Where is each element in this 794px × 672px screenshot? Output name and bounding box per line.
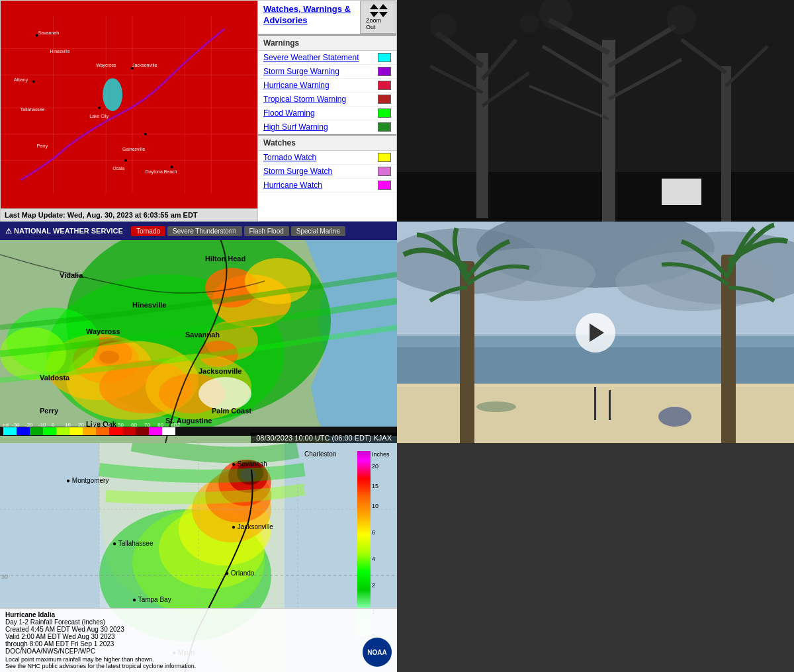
svg-point-131 (658, 407, 691, 427)
legend-item-link[interactable]: High Surf Warning (263, 122, 374, 132)
svg-text:Jacksonville: Jacksonville (132, 63, 157, 67)
svg-text:Ocala: Ocala (112, 166, 124, 171)
legend-item-link[interactable]: Flood Warning (263, 108, 374, 118)
svg-rect-132 (594, 387, 596, 420)
svg-rect-49 (721, 66, 731, 222)
svg-text:Perry: Perry (40, 407, 59, 415)
svg-rect-102 (162, 427, 175, 435)
svg-rect-133 (609, 390, 611, 420)
svg-text:● Jacksonville: ● Jacksonville (232, 523, 273, 530)
legend-item: Tornado Watch (258, 151, 396, 165)
svg-rect-97 (96, 427, 109, 435)
svg-text:80: 80 (157, 422, 163, 428)
rainfall-valid: Valid 2:00 AM EDT Wed Aug 30 2023 (5, 633, 392, 640)
rainfall-created: Created 4:45 AM EDT Wed Aug 30 2023 (5, 626, 392, 633)
legend-item: Hurricane Watch (258, 179, 396, 192)
svg-text:Savannah: Savannah (185, 331, 220, 339)
svg-marker-1 (7, 22, 244, 187)
svg-text:30: 30 (91, 422, 97, 428)
legend-swatch (378, 108, 391, 118)
radar-timestamp: 08/30/2023 10:00 UTC (06:00 EDT) KJAX (251, 433, 397, 443)
legend-item-link[interactable]: Hurricane Watch (263, 181, 374, 190)
warnings-header: Warnings (258, 34, 396, 51)
play-icon (590, 323, 604, 342)
legend-swatch (378, 167, 391, 176)
legend-swatch (378, 81, 391, 90)
svg-text:-20: -20 (25, 422, 33, 428)
svg-text:0: 0 (52, 422, 55, 428)
main-grid: Savannah Hinesville Albany Waycross Tall… (0, 0, 794, 672)
legend-item-link[interactable]: Tropical Storm Warning (263, 95, 374, 104)
legend-title[interactable]: Watches, Warnings & Advisories (258, 1, 360, 34)
play-button[interactable] (576, 313, 615, 353)
legend-item-link[interactable]: Hurricane Warning (263, 81, 374, 90)
svg-rect-95 (69, 427, 83, 435)
svg-marker-32 (370, 4, 378, 9)
nightcam-panel (397, 0, 794, 222)
weather-map: Savannah Hinesville Albany Waycross Tall… (1, 1, 257, 208)
svg-point-15 (32, 80, 35, 83)
legend-item-link[interactable]: Storm Surge Watch (263, 167, 374, 176)
svg-rect-100 (136, 427, 149, 435)
svg-point-130 (476, 401, 516, 412)
svg-text:Hilton Head: Hilton Head (205, 255, 245, 263)
svg-text:Jacksonville: Jacksonville (198, 367, 242, 375)
svg-text:Vidalia: Vidalia (60, 271, 83, 279)
svg-rect-94 (56, 427, 69, 435)
rainfall-note: Local point maximum rainfall may be high… (5, 656, 392, 663)
svg-rect-37 (397, 172, 794, 222)
svg-point-122 (615, 251, 774, 311)
legend-item: Severe Weather Statement (258, 51, 396, 65)
svg-text:● Savannah: ● Savannah (232, 460, 267, 468)
beach-panel[interactable] (397, 222, 794, 443)
svg-point-20 (124, 159, 127, 162)
svg-point-18 (144, 133, 147, 136)
nws-tab-tornado[interactable]: Tornado (131, 226, 165, 236)
nws-tab-marine[interactable]: Special Marine (291, 226, 345, 236)
svg-text:Daytona Beach: Daytona Beach (146, 169, 177, 175)
svg-point-54 (519, 13, 539, 33)
svg-text:Inches: Inches (372, 451, 390, 458)
svg-text:● Montgomery: ● Montgomery (66, 477, 109, 484)
svg-text:dBZ: dBZ (171, 422, 181, 428)
legend-item-link[interactable]: Tornado Watch (263, 153, 374, 162)
legend-swatch (378, 181, 391, 190)
map-container: Savannah Hinesville Albany Waycross Tall… (1, 1, 257, 221)
legend-item-link[interactable]: Severe Weather Statement (263, 53, 374, 62)
nws-tab-severe[interactable]: Severe Thunderstorm (167, 226, 242, 236)
svg-text:-30: -30 (12, 422, 20, 428)
legend-item: Tropical Storm Warning (258, 93, 396, 106)
svg-rect-101 (149, 427, 162, 435)
zoom-out-button[interactable]: Zoom Out (360, 1, 396, 34)
svg-marker-34 (379, 4, 388, 9)
legend-header: Watches, Warnings & Advisories Zoom Out (258, 1, 396, 34)
svg-text:30: 30 (1, 573, 8, 580)
legend-item: Storm Surge Warning (258, 65, 396, 79)
svg-rect-98 (109, 427, 122, 435)
svg-rect-52 (662, 179, 701, 205)
watches-warnings-panel: Savannah Hinesville Albany Waycross Tall… (0, 0, 397, 222)
svg-marker-33 (370, 12, 378, 17)
legend-item-link[interactable]: Storm Surge Warning (263, 67, 374, 76)
rainfall-panel: 30 ● Montgomery ● Savannah Charleston ● … (0, 443, 397, 672)
nws-logo: ⚠ NATIONAL WEATHER SERVICE (5, 227, 123, 235)
nws-tab-flash[interactable]: Flash Flood (244, 226, 289, 236)
legend-item: Storm Surge Watch (258, 165, 396, 179)
rainfall-credit: DOC/NOAA/NWS/NCEP/WPC (5, 648, 392, 655)
legend-swatch (378, 67, 391, 76)
svg-rect-43 (602, 40, 615, 222)
svg-point-56 (667, 5, 696, 34)
legend-item: Hurricane Warning (258, 79, 396, 93)
legend-swatch (378, 153, 391, 162)
map-timestamp: Last Map Update: Wed, Aug. 30, 2023 at 6… (1, 208, 257, 221)
watches-header: Watches (258, 134, 396, 151)
svg-text:4: 4 (372, 556, 375, 562)
svg-text:● Tallahassee: ● Tallahassee (112, 540, 154, 547)
legend-swatch (378, 95, 391, 104)
svg-text:Perry: Perry (37, 144, 48, 149)
legend-container: Watches, Warnings & Advisories Zoom Out (257, 1, 396, 221)
svg-text:60: 60 (131, 422, 137, 428)
svg-text:10: 10 (372, 503, 378, 509)
rainfall-subtitle: Day 1-2 Rainfall Forecast (inches) (5, 618, 392, 626)
svg-text:● Orlando: ● Orlando (225, 569, 255, 577)
